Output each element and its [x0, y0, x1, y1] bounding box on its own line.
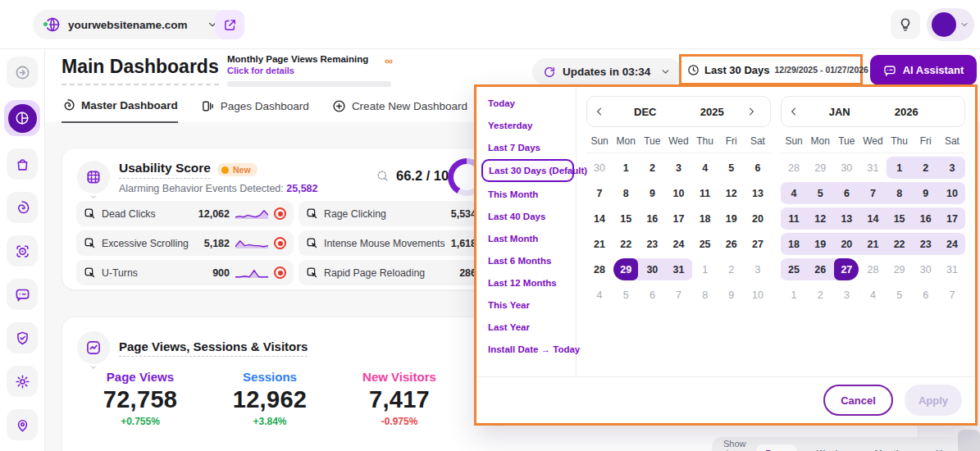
preset-yesterday[interactable]: Yesterday: [488, 121, 569, 130]
day-cell[interactable]: 22: [613, 231, 639, 257]
show-data-by-months[interactable]: Months: [864, 444, 916, 451]
day-cell[interactable]: 25: [781, 257, 807, 282]
day-cell[interactable]: 13: [833, 206, 859, 231]
day-cell[interactable]: 26: [718, 231, 745, 257]
sidebar-item-pin[interactable]: [7, 409, 38, 440]
day-cell[interactable]: 29: [887, 257, 913, 282]
prev-month-icon[interactable]: [788, 106, 800, 117]
day-cell[interactable]: 6: [639, 282, 665, 308]
next-month-icon[interactable]: [745, 106, 757, 117]
tab-create-new-dashboard[interactable]: Create New Dashboard: [332, 98, 467, 123]
sidebar-item-shield[interactable]: [7, 322, 38, 353]
record-dot-icon[interactable]: [274, 237, 286, 249]
day-cell[interactable]: 23: [639, 231, 665, 257]
preset-last-40-days[interactable]: Last 40 Days: [488, 212, 569, 221]
scrollbar-thumb[interactable]: [958, 430, 980, 451]
day-cell[interactable]: 4: [859, 282, 886, 308]
day-cell[interactable]: 6: [833, 180, 859, 206]
day-cell[interactable]: 23: [913, 231, 939, 257]
preset-last-30-days-default-[interactable]: Last 30 Days (Default): [481, 159, 574, 182]
day-cell[interactable]: 2: [913, 155, 939, 180]
mpv-details-link[interactable]: Click for details: [227, 66, 391, 75]
day-cell[interactable]: 2: [639, 155, 665, 180]
day-cell[interactable]: 24: [665, 231, 691, 257]
day-cell[interactable]: 1: [781, 282, 807, 308]
day-cell[interactable]: 5: [613, 282, 639, 308]
day-cell[interactable]: 14: [586, 206, 613, 231]
day-cell[interactable]: 5: [807, 180, 833, 206]
day-cell[interactable]: 28: [859, 257, 886, 282]
updates-timer[interactable]: Updates in 03:34: [532, 58, 681, 85]
usability-icon[interactable]: [77, 161, 110, 194]
day-cell[interactable]: 31: [859, 155, 886, 180]
preset-today[interactable]: Today: [488, 98, 569, 108]
day-cell[interactable]: 29: [807, 155, 833, 180]
day-cell[interactable]: 26: [807, 257, 833, 282]
day-cell[interactable]: 1: [692, 257, 718, 282]
tab-master-dashboard[interactable]: Master Dashboard: [62, 98, 178, 123]
sidebar-item-chat[interactable]: [7, 279, 38, 310]
day-cell[interactable]: 12: [807, 206, 833, 231]
day-cell[interactable]: 7: [586, 180, 613, 206]
metric-row[interactable]: Excessive Scrolling5,182: [76, 230, 294, 256]
day-cell[interactable]: 30: [639, 257, 665, 282]
day-cell[interactable]: 3: [939, 155, 965, 180]
day-cell[interactable]: 5: [718, 155, 745, 180]
show-data-by-weeks[interactable]: Weeks: [807, 444, 855, 451]
day-cell[interactable]: 13: [745, 180, 771, 206]
day-cell[interactable]: 15: [613, 206, 639, 231]
date-range-button[interactable]: Last 30 Days 12/29/2025 - 01/27/2026: [679, 54, 863, 85]
pvsv-icon[interactable]: [77, 331, 110, 364]
cancel-button[interactable]: Cancel: [823, 385, 893, 416]
day-cell[interactable]: 27: [833, 257, 859, 282]
sidebar-item-spiral[interactable]: [7, 192, 38, 223]
day-cell[interactable]: 4: [692, 155, 718, 180]
day-cell[interactable]: 2: [807, 282, 833, 308]
ai-assistant-button[interactable]: AI Assistant: [870, 55, 977, 85]
day-cell[interactable]: 4: [781, 180, 807, 206]
preset-last-month[interactable]: Last Month: [488, 234, 569, 244]
sidebar-item-camera[interactable]: [7, 235, 38, 266]
day-cell[interactable]: 21: [859, 231, 886, 257]
day-cell[interactable]: 16: [913, 206, 939, 231]
record-dot-icon[interactable]: [274, 207, 286, 220]
preset-last-12-months[interactable]: Last 12 Months: [488, 278, 569, 288]
day-cell[interactable]: 11: [781, 206, 807, 231]
day-cell[interactable]: 1: [887, 155, 913, 180]
day-cell[interactable]: 3: [833, 282, 859, 308]
sidebar-item-gear[interactable]: [7, 366, 38, 397]
day-cell[interactable]: 3: [745, 257, 771, 282]
day-cell[interactable]: 18: [692, 206, 718, 231]
preset-last-6-months[interactable]: Last 6 Months: [488, 256, 569, 266]
day-cell[interactable]: 25: [692, 231, 718, 257]
day-cell[interactable]: 31: [939, 257, 965, 282]
preset-this-year[interactable]: This Year: [488, 300, 569, 310]
sidebar-item-bag[interactable]: [7, 148, 38, 180]
day-cell[interactable]: 28: [781, 155, 807, 180]
day-cell[interactable]: 8: [692, 282, 718, 308]
day-cell[interactable]: 18: [781, 231, 807, 257]
day-cell[interactable]: 20: [745, 206, 771, 231]
day-cell[interactable]: 10: [939, 180, 965, 206]
day-cell[interactable]: 19: [718, 206, 745, 231]
day-cell[interactable]: 16: [639, 206, 665, 231]
day-cell[interactable]: 17: [665, 206, 691, 231]
preset-last-year[interactable]: Last Year: [488, 322, 569, 332]
day-cell[interactable]: 30: [586, 155, 613, 180]
show-data-by-days[interactable]: Days: [756, 444, 797, 451]
day-cell[interactable]: 24: [939, 231, 965, 257]
website-selector[interactable]: yourwebsitename.com: [33, 10, 230, 39]
day-cell[interactable]: 17: [939, 206, 965, 231]
day-cell[interactable]: 7: [859, 180, 886, 206]
day-cell[interactable]: 15: [887, 206, 913, 231]
day-cell[interactable]: 4: [586, 282, 613, 308]
day-cell[interactable]: 20: [833, 231, 859, 257]
day-cell[interactable]: 2: [718, 257, 745, 282]
sidebar-item-arrowcircle[interactable]: [7, 57, 38, 88]
day-cell[interactable]: 9: [639, 180, 665, 206]
ideas-button[interactable]: [891, 10, 920, 39]
day-cell[interactable]: 6: [745, 155, 771, 180]
day-cell[interactable]: 27: [745, 231, 771, 257]
preset-last-7-days[interactable]: Last 7 Days: [488, 143, 569, 153]
day-cell[interactable]: 6: [913, 282, 939, 308]
